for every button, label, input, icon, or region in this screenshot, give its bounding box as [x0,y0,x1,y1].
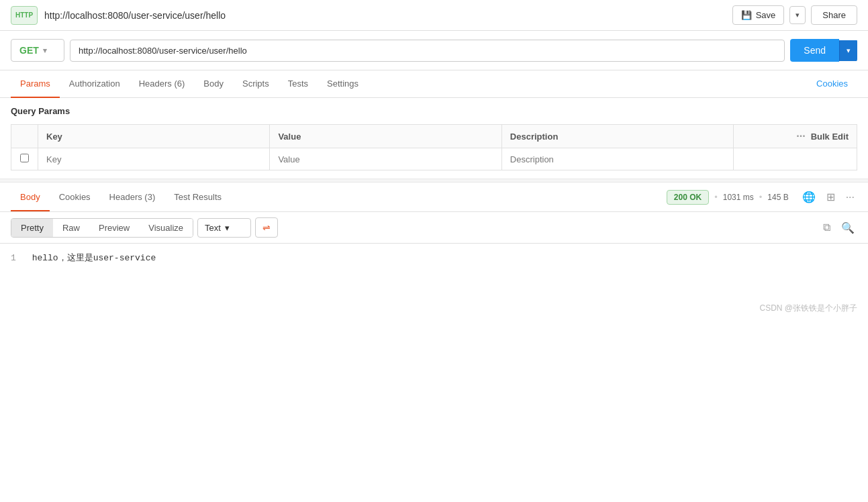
send-button[interactable]: Send [790,39,839,62]
http-badge: HTTP [11,6,38,25]
meta-dot-2: • [759,192,763,202]
url-input[interactable] [70,40,785,62]
send-button-group: Send ▾ [790,39,857,62]
save-label: Save [756,10,776,20]
query-params-title: Query Params [11,106,857,116]
bulk-edit-header: ··· Bulk Edit [742,130,849,142]
watermark: CSDN @张铁铁是个小胖子 [0,297,868,319]
value-col-header: Value [270,125,501,148]
globe-icon[interactable]: 🌐 [800,188,818,206]
format-tabs: Pretty Raw Preview Visualize [11,218,193,238]
response-meta: 200 OK • 1031 ms • 145 B 🌐 ⊞ ··· [667,183,857,211]
meta-dot-1: • [714,192,718,202]
request-bar: GET ▾ Send ▾ [0,31,868,70]
row-checkbox[interactable] [11,148,38,170]
desc-col-header: Description [501,125,733,148]
response-text: hello，这里是user-service [32,253,156,263]
method-chevron-icon: ▾ [43,46,47,55]
top-bar: HTTP http://localhost:8080/user-service/… [0,0,868,31]
send-dropdown-button[interactable]: ▾ [839,40,857,61]
value-cell[interactable] [270,148,501,170]
table-row [11,148,857,170]
copy-icon[interactable]: ⧉ [820,219,833,237]
type-select[interactable]: Text ▾ [197,218,251,238]
row-checkbox-input[interactable] [20,154,29,162]
line-number: 1 [11,253,16,263]
save-button[interactable]: 💾 Save [732,5,785,25]
tab-settings[interactable]: Settings [318,70,368,98]
key-input[interactable] [46,154,261,164]
response-tabs: Body Cookies Headers (3) Test Results 20… [0,183,868,212]
type-chevron-icon: ▾ [225,223,230,233]
type-label: Text [205,223,221,233]
wrap-icon-symbol: ⇌ [262,222,271,233]
share-button[interactable]: Share [811,5,857,25]
tab-scripts[interactable]: Scripts [233,70,279,98]
response-size: 145 B [767,193,788,202]
tab-tests[interactable]: Tests [279,70,318,98]
response-toolbar: Pretty Raw Preview Visualize Text ▾ ⇌ ⧉ … [0,212,868,244]
response-body: 1 hello，这里是user-service [0,244,868,297]
meta-actions: 🌐 ⊞ ··· [800,188,857,206]
tab-body[interactable]: Body [194,70,233,98]
status-badge: 200 OK [667,190,709,205]
method-label: GET [19,45,39,56]
response-time: 1031 ms [723,193,754,202]
bulk-edit-label[interactable]: Bulk Edit [811,132,849,142]
top-url: http://localhost:8080/user-service/user/… [44,10,732,21]
format-pretty-button[interactable]: Pretty [11,219,53,237]
checkbox-col-header [11,125,38,148]
response-tab-body[interactable]: Body [11,184,50,211]
search-icon[interactable]: 🔍 [838,219,857,237]
code-icon[interactable]: ⊞ [824,188,838,206]
request-tabs: Params Authorization Headers (6) Body Sc… [0,70,868,98]
desc-cell[interactable] [501,148,733,170]
tab-headers[interactable]: Headers (6) [130,70,195,98]
format-visualize-button[interactable]: Visualize [139,219,193,237]
query-params-section: Query Params Key Value Description ··· B… [0,98,868,179]
bulk-edit-col-header: ··· Bulk Edit [734,125,857,148]
response-tab-cookies[interactable]: Cookies [50,184,100,211]
response-tab-headers[interactable]: Headers (3) [100,184,165,211]
tab-params[interactable]: Params [11,70,60,98]
desc-input[interactable] [510,154,725,164]
table-header-row: Key Value Description ··· Bulk Edit [11,125,857,148]
top-actions: 💾 Save ▾ Share [732,5,857,25]
save-icon: 💾 [741,10,752,20]
params-table: Key Value Description ··· Bulk Edit [11,124,857,170]
response-tab-test-results[interactable]: Test Results [164,184,231,211]
right-icons: ⧉ 🔍 [820,219,857,237]
more-options-icon[interactable]: ··· [843,189,857,206]
method-select[interactable]: GET ▾ [11,39,64,62]
wrap-button[interactable]: ⇌ [255,217,278,238]
value-input[interactable] [278,154,493,164]
actions-cell [734,148,857,170]
save-dropdown-button[interactable]: ▾ [789,6,806,24]
format-preview-button[interactable]: Preview [89,219,139,237]
tab-authorization[interactable]: Authorization [60,70,130,98]
more-icon[interactable]: ··· [796,130,805,142]
key-cell[interactable] [38,148,270,170]
format-raw-button[interactable]: Raw [53,219,89,237]
key-col-header: Key [38,125,270,148]
tab-cookies[interactable]: Cookies [807,70,857,98]
